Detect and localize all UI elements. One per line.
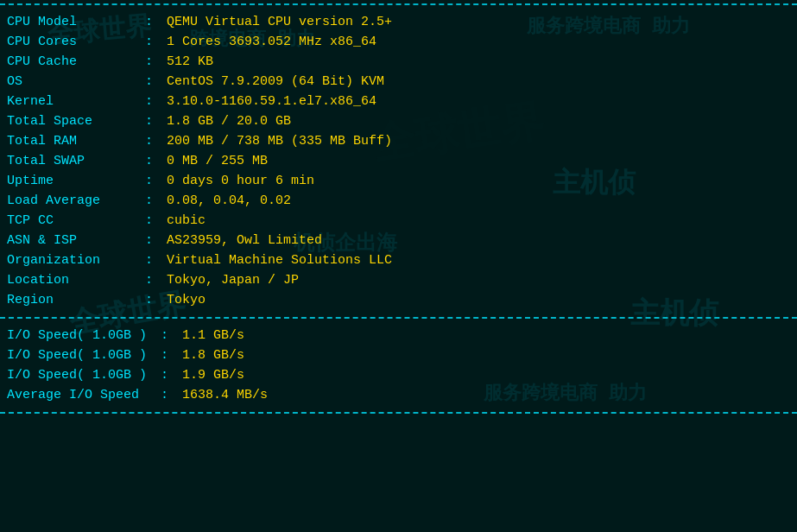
system-info-table: CPU Model:QEMU Virtual CPU version 2.5+C… bbox=[0, 12, 797, 310]
bottom-section: I/O Speed( 1.0GB ):1.1 GB/sI/O Speed( 1.… bbox=[0, 322, 797, 408]
table-row: CPU Cache:512 KB bbox=[0, 52, 797, 72]
row-value: 1.9 GB/s bbox=[175, 365, 797, 385]
row-label: ASN & ISP bbox=[0, 231, 138, 250]
row-colon: : bbox=[138, 72, 160, 92]
row-label: Total Space bbox=[0, 111, 138, 131]
row-colon: : bbox=[154, 326, 175, 345]
row-label: TCP CC bbox=[0, 211, 138, 231]
row-label: Region bbox=[0, 290, 138, 310]
row-colon: : bbox=[154, 385, 175, 405]
table-row: Total SWAP:0 MB / 255 MB bbox=[0, 151, 797, 171]
row-value: AS23959, Owl Limited bbox=[160, 231, 797, 250]
row-colon: : bbox=[138, 151, 160, 171]
table-row: TCP CC:cubic bbox=[0, 211, 797, 231]
table-row: Kernel:3.10.0-1160.59.1.el7.x86_64 bbox=[0, 92, 797, 111]
row-value: 1638.4 MB/s bbox=[175, 385, 797, 405]
table-row: Total RAM:200 MB / 738 MB (335 MB Buff) bbox=[0, 131, 797, 151]
row-colon: : bbox=[138, 191, 160, 211]
row-value: 1.8 GB / 20.0 GB bbox=[160, 111, 797, 131]
table-row: I/O Speed( 1.0GB ):1.9 GB/s bbox=[0, 365, 797, 385]
row-label: CPU Model bbox=[0, 12, 138, 32]
row-value: 200 MB / 738 MB (335 MB Buff) bbox=[160, 131, 797, 151]
row-label: Organization bbox=[0, 250, 138, 270]
row-colon: : bbox=[154, 365, 175, 385]
io-info-table: I/O Speed( 1.0GB ):1.1 GB/sI/O Speed( 1.… bbox=[0, 326, 797, 405]
table-row: Uptime:0 days 0 hour 6 min bbox=[0, 171, 797, 191]
table-row: Organization:Virtual Machine Solutions L… bbox=[0, 250, 797, 270]
table-row: CPU Model:QEMU Virtual CPU version 2.5+ bbox=[0, 12, 797, 32]
table-row: I/O Speed( 1.0GB ):1.8 GB/s bbox=[0, 345, 797, 365]
row-colon: : bbox=[138, 111, 160, 131]
row-colon: : bbox=[138, 290, 160, 310]
table-row: Total Space:1.8 GB / 20.0 GB bbox=[0, 111, 797, 131]
row-value: 3.10.0-1160.59.1.el7.x86_64 bbox=[160, 92, 797, 111]
row-label: Kernel bbox=[0, 92, 138, 111]
row-colon: : bbox=[138, 12, 160, 32]
row-colon: : bbox=[138, 211, 160, 231]
row-value: 0 days 0 hour 6 min bbox=[160, 171, 797, 191]
row-value: QEMU Virtual CPU version 2.5+ bbox=[160, 12, 797, 32]
top-dashed-line bbox=[0, 3, 797, 5]
top-section: CPU Model:QEMU Virtual CPU version 2.5+C… bbox=[0, 9, 797, 314]
row-colon: : bbox=[138, 270, 160, 290]
row-label: I/O Speed( 1.0GB ) bbox=[0, 365, 154, 385]
row-label: Load Average bbox=[0, 191, 138, 211]
table-row: CPU Cores:1 Cores 3693.052 MHz x86_64 bbox=[0, 32, 797, 52]
row-colon: : bbox=[138, 250, 160, 270]
row-label: Uptime bbox=[0, 171, 138, 191]
row-value: Virtual Machine Solutions LLC bbox=[160, 250, 797, 270]
row-colon: : bbox=[138, 32, 160, 52]
table-row: I/O Speed( 1.0GB ):1.1 GB/s bbox=[0, 326, 797, 345]
table-row: Load Average:0.08, 0.04, 0.02 bbox=[0, 191, 797, 211]
row-colon: : bbox=[138, 92, 160, 111]
table-row: Average I/O Speed:1638.4 MB/s bbox=[0, 385, 797, 405]
row-label: I/O Speed( 1.0GB ) bbox=[0, 345, 154, 365]
table-row: OS:CentOS 7.9.2009 (64 Bit) KVM bbox=[0, 72, 797, 92]
row-label: Average I/O Speed bbox=[0, 385, 154, 405]
row-value: 0.08, 0.04, 0.02 bbox=[160, 191, 797, 211]
row-colon: : bbox=[138, 52, 160, 72]
table-row: Region:Tokyo bbox=[0, 290, 797, 310]
row-label: Total SWAP bbox=[0, 151, 138, 171]
row-colon: : bbox=[138, 131, 160, 151]
row-value: Tokyo, Japan / JP bbox=[160, 270, 797, 290]
row-label: Total RAM bbox=[0, 131, 138, 151]
row-label: CPU Cache bbox=[0, 52, 138, 72]
row-colon: : bbox=[138, 231, 160, 250]
row-value: 1 Cores 3693.052 MHz x86_64 bbox=[160, 32, 797, 52]
row-value: 1.8 GB/s bbox=[175, 345, 797, 365]
row-value: cubic bbox=[160, 211, 797, 231]
row-value: Tokyo bbox=[160, 290, 797, 310]
row-value: 1.1 GB/s bbox=[175, 326, 797, 345]
row-colon: : bbox=[154, 345, 175, 365]
row-value: 512 KB bbox=[160, 52, 797, 72]
table-row: ASN & ISP:AS23959, Owl Limited bbox=[0, 231, 797, 250]
row-label: Location bbox=[0, 270, 138, 290]
bottom-dashed-line bbox=[0, 412, 797, 414]
row-value: 0 MB / 255 MB bbox=[160, 151, 797, 171]
row-label: CPU Cores bbox=[0, 32, 138, 52]
middle-dashed-line bbox=[0, 317, 797, 319]
row-label: OS bbox=[0, 72, 138, 92]
row-label: I/O Speed( 1.0GB ) bbox=[0, 326, 154, 345]
row-value: CentOS 7.9.2009 (64 Bit) KVM bbox=[160, 72, 797, 92]
table-row: Location:Tokyo, Japan / JP bbox=[0, 270, 797, 290]
main-content: CPU Model:QEMU Virtual CPU version 2.5+C… bbox=[0, 3, 797, 414]
row-colon: : bbox=[138, 171, 160, 191]
